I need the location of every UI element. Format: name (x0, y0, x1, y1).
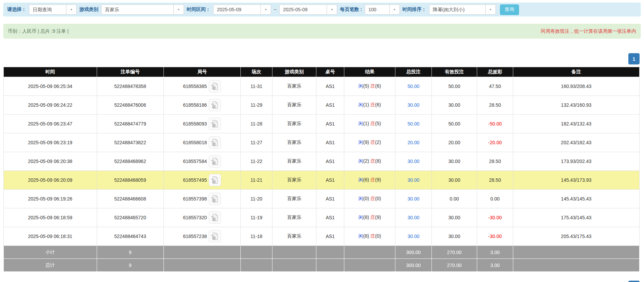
video-replay-button[interactable] (209, 136, 221, 149)
cell-total-bet: 50.00 (395, 115, 432, 133)
cell-bet-id: 522488478358 (97, 77, 163, 96)
video-replay-button[interactable] (209, 118, 221, 130)
video-replay-button[interactable] (209, 211, 221, 224)
result-player-label: 闲 (359, 233, 363, 239)
video-replay-button[interactable] (209, 230, 221, 242)
result-banker-label: 庄 (371, 102, 375, 107)
round-id-group: 618558093 (165, 118, 239, 130)
video-replay-button[interactable] (209, 174, 221, 186)
total-bet-link[interactable]: 30.00 (407, 196, 419, 202)
video-file-icon (211, 176, 219, 184)
sort-order-select[interactable]: 降幂(由大到小) ▼ (429, 4, 496, 15)
cell-total-bet: 30.00 (395, 208, 432, 227)
footer-label: 小计 (4, 246, 97, 259)
cell-game-type: 百家乐 (272, 227, 316, 246)
column-header-0: 时间 (4, 67, 97, 77)
sort-order-label: 时间排序： (403, 6, 426, 13)
cell-bet-id: 522488476006 (97, 96, 163, 115)
cell-table-no: AS1 (316, 171, 344, 190)
total-bet-link[interactable]: 50.00 (407, 84, 419, 89)
result-player-score: (9) (363, 139, 369, 145)
sort-order-value: 降幂(由大到小) (429, 5, 485, 14)
total-bet-link[interactable]: 30.00 (407, 102, 419, 108)
pagination-page-1-bottom[interactable]: 1 (628, 281, 640, 282)
round-id-group: 618557398 (165, 193, 239, 205)
video-replay-button[interactable] (209, 155, 221, 167)
round-id-value: 618558018 (183, 140, 207, 145)
cell-total-bet: 30.00 (395, 171, 432, 190)
video-replay-button[interactable] (209, 193, 221, 205)
cell-remark: 145.43/173.93 (513, 171, 639, 190)
result-player-score: (6) (363, 177, 369, 182)
video-file-icon (211, 120, 219, 128)
total-bet-link[interactable]: 20.00 (407, 140, 419, 145)
cell-result: 闲(1) 庄(6) (344, 96, 395, 115)
round-id-value: 618557495 (183, 177, 207, 183)
result-banker-score: (8) (375, 158, 381, 164)
round-id-group: 618557320 (165, 211, 239, 224)
result-player-score: (8) (363, 233, 369, 239)
table-row: 2025-05-09 06:18:31522488464743618557238… (4, 227, 640, 246)
video-replay-button[interactable] (209, 99, 221, 111)
total-bet-link[interactable]: 30.00 (407, 159, 419, 164)
cell-round-id: 618557320 (163, 208, 240, 227)
cell-result: 闲(8) 庄(0) (344, 227, 395, 246)
video-file-icon (211, 195, 219, 203)
cell-round-id: 618557238 (163, 227, 240, 246)
cell-remark: 145.43/145.43 (513, 190, 639, 208)
total-bet-link[interactable]: 30.00 (407, 215, 419, 220)
cell-remark: 205.43/175.43 (513, 227, 639, 246)
result-player-score: (1) (363, 102, 369, 107)
result-player-score: (0) (363, 196, 369, 201)
cell-session: 11-18 (240, 227, 272, 246)
cell-table-no: AS1 (316, 133, 344, 152)
result-player-label: 闲 (359, 158, 363, 164)
result-banker-label: 庄 (371, 177, 375, 182)
footer-label: 总计 (4, 259, 97, 272)
total-bet-link[interactable]: 30.00 (407, 234, 419, 239)
result-banker-score: (6) (375, 83, 381, 89)
grand-total-row: 总计9300.00270.003.00 (4, 259, 640, 272)
cell-payout: 28.50 (477, 171, 513, 190)
footer-total-bet: 300.00 (395, 259, 432, 272)
total-bet-link[interactable]: 50.00 (407, 121, 419, 127)
footer-count: 9 (97, 259, 163, 272)
footer-empty-cell (513, 246, 639, 259)
cell-time: 2025-05-09 06:20:38 (4, 152, 97, 171)
cell-game-type: 百家乐 (272, 171, 316, 190)
cell-total-bet: 30.00 (395, 190, 432, 208)
cell-session: 11-29 (240, 96, 272, 115)
cell-table-no: AS1 (316, 190, 344, 208)
cell-game-type: 百家乐 (272, 208, 316, 227)
cell-bet-id: 522488465720 (97, 208, 163, 227)
page-size-select[interactable]: 100 ▼ (365, 4, 400, 15)
result-player-score: (1) (363, 121, 369, 126)
cell-result: 闲(5) 庄(6) (344, 77, 395, 96)
query-type-select[interactable]: 日期查询 ▼ (29, 4, 77, 15)
valid-bet-notice-text: 同局有效投注，统一计算在该局第一张注单内 (541, 28, 636, 34)
pagination-page-1-top[interactable]: 1 (628, 53, 640, 64)
footer-count: 9 (97, 246, 163, 259)
table-row: 2025-05-09 06:19:26522488466608618557398… (4, 190, 640, 208)
result-player-score: (2) (363, 158, 369, 164)
cell-round-id: 618557584 (163, 152, 240, 171)
footer-empty-cell (163, 246, 240, 259)
filter-bar: 请选择： 日期查询 ▼ 游戏类别 百家乐 ▼ 时间区间： 2025-05-09 … (3, 3, 641, 16)
round-id-value: 618557238 (183, 234, 207, 239)
result-banker-score: (5) (375, 121, 381, 126)
game-type-label: 游戏类别 (79, 6, 98, 13)
game-type-value: 百家乐 (101, 5, 173, 14)
game-type-select[interactable]: 百家乐 ▼ (101, 4, 184, 15)
cell-game-type: 百家乐 (272, 190, 316, 208)
video-file-icon (211, 232, 219, 240)
date-to-select[interactable]: 2025-05-09 ▼ (279, 4, 337, 15)
round-id-group: 618557495 (165, 174, 239, 186)
date-from-select[interactable]: 2025-05-09 ▼ (213, 4, 271, 15)
total-bet-link[interactable]: 30.00 (407, 177, 419, 183)
round-id-group: 618558018 (165, 136, 239, 149)
video-replay-button[interactable] (209, 80, 221, 92)
cell-time: 2025-05-09 06:18:31 (4, 227, 97, 246)
cell-game-type: 百家乐 (272, 115, 316, 133)
cell-game-type: 百家乐 (272, 77, 316, 96)
search-button[interactable]: 查询 (500, 4, 519, 15)
